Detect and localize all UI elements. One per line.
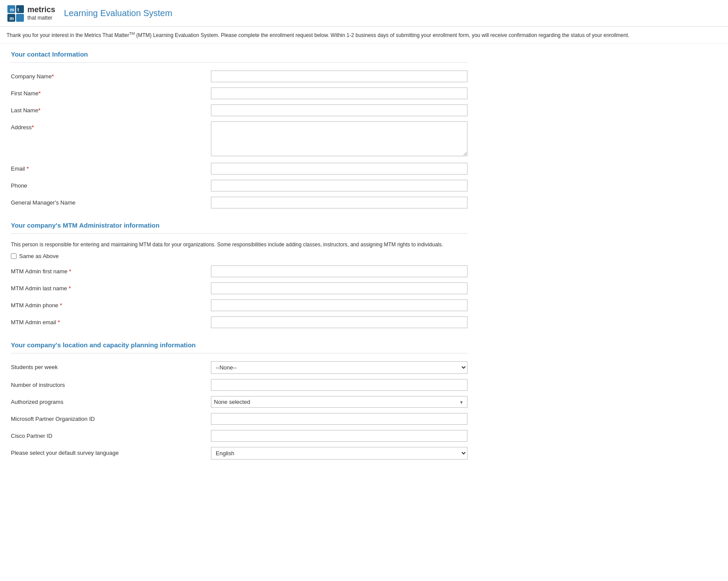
first-name-input[interactable]	[211, 87, 468, 99]
address-label: Address*	[11, 121, 211, 131]
cisco-partner-id-field	[211, 430, 468, 442]
last-name-required: *	[38, 107, 40, 114]
num-instructors-row: Number of instructors	[11, 379, 468, 391]
admin-last-name-label: MTM Admin last name *	[11, 282, 211, 292]
email-row: Email *	[11, 163, 468, 175]
address-row: Address*	[11, 121, 468, 158]
admin-phone-required: *	[60, 302, 62, 309]
survey-language-label: Please select your default survey langua…	[11, 447, 211, 456]
page-title: Learning Evaluation System	[64, 8, 172, 18]
email-label: Email *	[11, 163, 211, 172]
email-required: *	[27, 165, 29, 172]
admin-section-desc: This person is responsible for entering …	[11, 242, 468, 248]
last-name-label: Last Name*	[11, 104, 211, 114]
phone-field	[211, 180, 468, 191]
svg-text:t: t	[17, 7, 19, 12]
ms-partner-id-row: Microsoft Partner Organization ID	[11, 413, 468, 425]
authorized-programs-label: Authorized programs	[11, 396, 211, 405]
admin-first-name-label: MTM Admin first name *	[11, 265, 211, 275]
ms-partner-id-input[interactable]	[211, 413, 468, 425]
phone-label: Phone	[11, 180, 211, 189]
intro-content: Thank you for your interest in the Metri…	[7, 32, 629, 38]
phone-input[interactable]	[211, 180, 468, 191]
email-input[interactable]	[211, 163, 468, 175]
last-name-input[interactable]	[211, 104, 468, 116]
admin-phone-row: MTM Admin phone *	[11, 299, 468, 311]
logo-area: m t m metrics that matter	[7, 4, 55, 22]
admin-email-label: MTM Admin email *	[11, 316, 211, 326]
gm-name-label: General Manager's Name	[11, 197, 211, 206]
num-instructors-input[interactable]	[211, 379, 468, 391]
contact-divider	[11, 62, 468, 63]
first-name-label: First Name*	[11, 87, 211, 97]
address-required: *	[32, 124, 34, 131]
cisco-partner-id-row: Cisco Partner ID	[11, 430, 468, 442]
admin-last-name-input[interactable]	[211, 282, 468, 294]
svg-text:m: m	[10, 7, 14, 12]
logo-icon: m t m	[7, 4, 24, 22]
admin-first-name-required: *	[69, 268, 71, 275]
same-as-above-label[interactable]: Same as Above	[19, 253, 59, 259]
contact-section: Your contact Information Company Name* F…	[11, 50, 468, 208]
admin-divider	[11, 233, 468, 234]
form-container: Your contact Information Company Name* F…	[0, 44, 478, 479]
admin-phone-label: MTM Admin phone *	[11, 299, 211, 309]
admin-email-input[interactable]	[211, 316, 468, 328]
admin-last-name-field	[211, 282, 468, 294]
survey-language-select[interactable]: English French Spanish German Portuguese	[211, 447, 468, 460]
cisco-partner-id-input[interactable]	[211, 430, 468, 442]
email-field	[211, 163, 468, 175]
authorized-programs-row: Authorized programs None selected	[11, 396, 468, 408]
address-input[interactable]	[211, 121, 468, 156]
admin-email-required: *	[58, 319, 60, 326]
cisco-partner-id-label: Cisco Partner ID	[11, 430, 211, 439]
company-name-label: Company Name*	[11, 71, 211, 80]
admin-first-name-input[interactable]	[211, 265, 468, 277]
first-name-field	[211, 87, 468, 99]
last-name-field	[211, 104, 468, 116]
students-per-week-select[interactable]: --None-- 1-10 11-25 26-50 51-100 100+	[211, 361, 468, 374]
company-name-row: Company Name*	[11, 71, 468, 82]
last-name-row: Last Name*	[11, 104, 468, 116]
phone-row: Phone	[11, 180, 468, 191]
first-name-required: *	[39, 90, 41, 97]
students-per-week-label: Students per week	[11, 361, 211, 370]
company-name-input[interactable]	[211, 71, 468, 82]
company-name-field	[211, 71, 468, 82]
logo-text: metrics that matter	[27, 5, 55, 21]
ms-partner-id-label: Microsoft Partner Organization ID	[11, 413, 211, 422]
admin-phone-input[interactable]	[211, 299, 468, 311]
ms-partner-id-field	[211, 413, 468, 425]
authorized-programs-field: None selected	[211, 396, 468, 408]
admin-email-row: MTM Admin email *	[11, 316, 468, 328]
admin-first-name-field	[211, 265, 468, 277]
location-section: Your company's location and capacity pla…	[11, 341, 468, 460]
logo-metrics-text: metrics	[27, 5, 55, 15]
gm-name-field	[211, 197, 468, 208]
num-instructors-label: Number of instructors	[11, 379, 211, 388]
same-as-above-checkbox[interactable]	[11, 253, 17, 259]
location-section-title: Your company's location and capacity pla…	[11, 341, 468, 349]
location-divider	[11, 353, 468, 353]
admin-phone-field	[211, 299, 468, 311]
gm-name-input[interactable]	[211, 197, 468, 208]
header: m t m metrics that matter Learning Evalu…	[0, 0, 728, 27]
students-per-week-row: Students per week --None-- 1-10 11-25 26…	[11, 361, 468, 374]
address-field	[211, 121, 468, 158]
authorized-programs-multiselect[interactable]: None selected	[211, 396, 468, 408]
admin-email-field	[211, 316, 468, 328]
same-as-above-row: Same as Above	[11, 253, 468, 259]
admin-first-name-row: MTM Admin first name *	[11, 265, 468, 277]
students-per-week-field: --None-- 1-10 11-25 26-50 51-100 100+	[211, 361, 468, 374]
admin-last-name-row: MTM Admin last name *	[11, 282, 468, 294]
survey-language-row: Please select your default survey langua…	[11, 447, 468, 460]
contact-section-title: Your contact Information	[11, 50, 468, 58]
admin-section-title: Your company's MTM Administrator informa…	[11, 222, 468, 229]
company-name-required: *	[52, 73, 54, 80]
logo-that-matter-text: that matter	[27, 15, 55, 21]
first-name-row: First Name*	[11, 87, 468, 99]
admin-section: Your company's MTM Administrator informa…	[11, 222, 468, 328]
svg-text:m: m	[10, 16, 14, 21]
gm-name-row: General Manager's Name	[11, 197, 468, 208]
num-instructors-field	[211, 379, 468, 391]
